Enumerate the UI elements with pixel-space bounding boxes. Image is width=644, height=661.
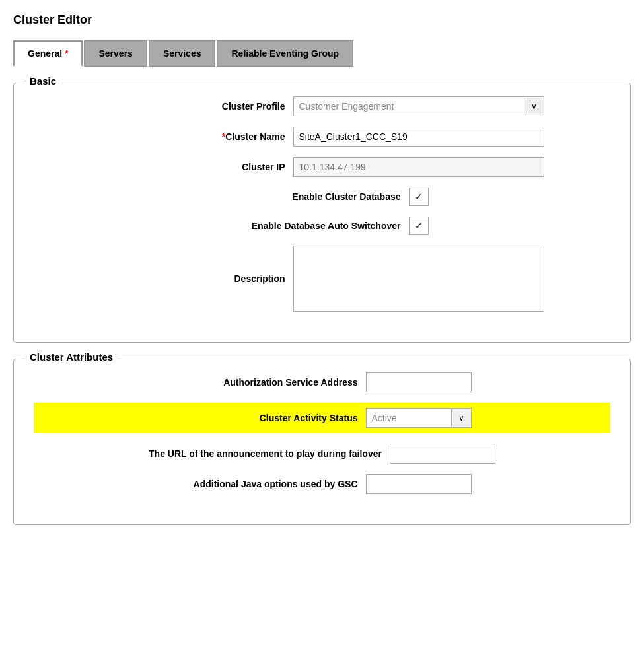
enable-database-auto-switchover-checkbox[interactable]: ✓: [409, 217, 429, 235]
cluster-ip-row: Cluster IP: [34, 157, 610, 177]
authorization-service-address-label: Authorization Service Address: [173, 377, 358, 388]
tabs-container: General * Servers Services Reliable Even…: [13, 40, 631, 67]
failover-url-input[interactable]: [390, 444, 495, 464]
cluster-activity-status-value: Active: [367, 409, 451, 427]
description-row: Description: [34, 246, 610, 312]
cluster-ip-input[interactable]: [293, 157, 544, 177]
tab-reliable-eventing-group-label: Reliable Eventing Group: [231, 48, 339, 59]
enable-database-auto-switchover-row: Enable Database Auto Switchover ✓: [34, 217, 610, 235]
description-label: Description: [100, 273, 285, 284]
basic-legend: Basic: [24, 75, 61, 87]
cluster-ip-label: Cluster IP: [100, 162, 285, 172]
description-textarea[interactable]: [293, 246, 544, 312]
cluster-attributes-section: Cluster Attributes Authorization Service…: [13, 359, 631, 525]
cluster-activity-status-select[interactable]: Active ∨: [366, 408, 472, 428]
enable-cluster-database-check: ✓: [415, 191, 423, 202]
enable-cluster-database-row: Enable Cluster Database ✓: [34, 188, 610, 206]
authorization-service-address-input[interactable]: [366, 372, 472, 392]
cluster-name-row: *Cluster Name: [34, 127, 610, 147]
tab-services[interactable]: Services: [149, 40, 216, 67]
failover-url-label: The URL of the announcement to play duri…: [149, 448, 382, 459]
cluster-profile-row: Cluster Profile Customer Engagement ∨: [34, 96, 610, 116]
enable-database-auto-switchover-label: Enable Database Auto Switchover: [216, 221, 401, 231]
general-required-star: *: [65, 48, 68, 59]
failover-url-row: The URL of the announcement to play duri…: [34, 444, 610, 464]
cluster-name-label: *Cluster Name: [100, 131, 285, 142]
basic-section: Basic Cluster Profile Customer Engagemen…: [13, 83, 631, 343]
enable-database-auto-switchover-check: ✓: [415, 221, 423, 231]
tab-servers[interactable]: Servers: [84, 40, 147, 67]
cluster-attributes-legend: Cluster Attributes: [24, 351, 118, 363]
cluster-activity-status-arrow[interactable]: ∨: [451, 409, 471, 427]
cluster-activity-status-label: Cluster Activity Status: [173, 413, 358, 423]
cluster-profile-select[interactable]: Customer Engagement ∨: [293, 96, 544, 116]
java-options-input[interactable]: [366, 474, 472, 494]
page-title: Cluster Editor: [13, 13, 631, 27]
tab-reliable-eventing-group[interactable]: Reliable Eventing Group: [217, 40, 353, 67]
authorization-service-address-row: Authorization Service Address: [34, 372, 610, 392]
tab-servers-label: Servers: [98, 48, 132, 59]
cluster-profile-arrow[interactable]: ∨: [524, 98, 544, 115]
enable-cluster-database-checkbox[interactable]: ✓: [409, 188, 429, 206]
cluster-activity-status-row: Cluster Activity Status Active ∨: [34, 403, 610, 433]
cluster-profile-label: Cluster Profile: [100, 101, 285, 112]
cluster-name-input[interactable]: [293, 127, 544, 147]
tab-services-label: Services: [163, 48, 201, 59]
java-options-label: Additional Java options used by GSC: [173, 479, 358, 489]
tab-general-label: General: [28, 48, 62, 59]
cluster-profile-value: Customer Engagement: [294, 97, 524, 116]
java-options-row: Additional Java options used by GSC: [34, 474, 610, 494]
enable-cluster-database-label: Enable Cluster Database: [216, 191, 401, 202]
cluster-name-label-text: Cluster Name: [225, 131, 285, 142]
tab-general[interactable]: General *: [13, 40, 83, 67]
